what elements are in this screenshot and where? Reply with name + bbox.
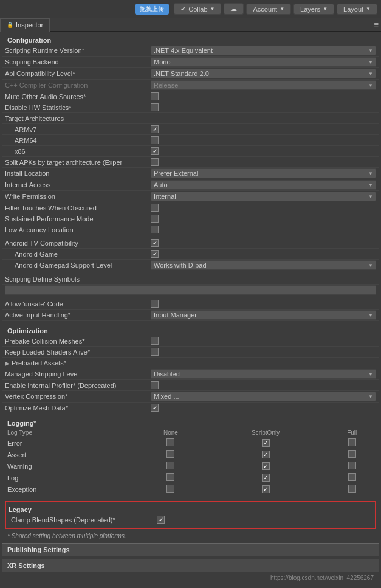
assert-none-checkbox[interactable] [166,450,174,458]
active-input-dropdown[interactable]: Input Manager ▼ [151,310,376,320]
split-apks-checkbox[interactable] [151,158,159,166]
setting-row: Optimize Mesh Data* [2,403,379,413]
optimize-mesh-checkbox[interactable] [151,404,159,412]
setting-value [151,215,376,223]
clamp-blendshapes-row: Clamp BlendShapes (Deprecated)* [9,514,372,525]
setting-label: C++ Compiler Configuration [5,81,151,89]
setting-label: Scripting Define Symbols [5,275,151,283]
x86-checkbox[interactable] [151,147,159,155]
setting-row: Scripting Backend Mono ▼ [2,57,379,68]
disable-hw-checkbox[interactable] [151,103,159,111]
tab-actions: ≡ [374,20,381,29]
dropdown-arrow-icon: ▼ [368,60,373,65]
keep-shaders-checkbox[interactable] [151,348,159,356]
account-button[interactable]: Account ▼ [246,4,291,15]
write-permission-dropdown[interactable]: Internal ▼ [151,192,376,201]
setting-value: Works with D-pad ▼ [151,260,376,270]
setting-value [151,381,376,389]
assert-full-checkbox[interactable] [348,450,356,458]
error-none-checkbox[interactable] [166,438,174,446]
dropdown-arrow-icon: ▼ [368,372,373,377]
setting-label: Target Architectures [5,115,151,122]
setting-row: Write Permission Internal ▼ [2,191,379,202]
setting-row: Enable Internal Profiler* (Deprecated) [2,380,379,391]
exception-scriptonly-checkbox[interactable] [262,485,270,493]
log-none-checkbox[interactable] [166,473,174,481]
log-full-checkbox[interactable] [348,473,356,481]
setting-row: Target Architectures [2,113,379,124]
android-game-checkbox[interactable] [151,250,159,258]
gamepad-support-dropdown[interactable]: Works with D-pad ▼ [151,260,376,270]
low-accuracy-checkbox[interactable] [151,226,159,233]
dropdown-arrow-icon: ▼ [368,71,373,77]
profiler-checkbox[interactable] [151,381,159,389]
warning-none-cell [136,460,206,472]
log-scriptonly-checkbox[interactable] [262,474,270,482]
setting-label: Internet Access [5,181,151,189]
optimization-header: Optimization [2,325,379,336]
log-scriptonly-cell [206,472,326,483]
error-full-checkbox[interactable] [348,438,356,446]
arm64-checkbox[interactable] [151,136,159,144]
scripting-backend-dropdown[interactable]: Mono ▼ [151,57,376,67]
layout-button[interactable]: Layout ▼ [337,4,377,15]
setting-value [151,226,376,233]
warning-none-checkbox[interactable] [166,462,174,469]
exception-none-checkbox[interactable] [166,485,174,493]
collab-icon: ✔ [180,5,186,13]
setting-label: ARM64 [5,137,151,144]
vertex-compression-dropdown[interactable]: Mixed ... ▼ [151,392,376,401]
dropdown-arrow-icon: ▼ [368,171,373,176]
stripping-dropdown[interactable]: Disabled ▼ [151,369,376,379]
install-location-dropdown[interactable]: Prefer External ▼ [151,168,376,178]
filter-touches-checkbox[interactable] [151,204,159,212]
setting-label: ▶ Preloaded Assets* [5,359,151,367]
publishing-settings-header[interactable]: Publishing Settings [2,543,379,556]
menu-icon[interactable]: ≡ [374,20,379,29]
log-full-cell [325,472,379,483]
cloud-button[interactable]: ☁ [224,3,244,15]
exception-full-checkbox[interactable] [348,485,356,493]
warning-full-checkbox[interactable] [348,462,356,469]
mute-audio-checkbox[interactable] [151,92,159,100]
cpp-compiler-dropdown[interactable]: Release ▼ [151,80,376,90]
collab-button[interactable]: ✔ Collab ▼ [174,3,221,15]
scripting-symbols-input[interactable] [5,285,376,295]
account-arrow-icon: ▼ [280,6,284,12]
log-type-col-header: Log Type [2,428,136,437]
setting-label: Android Gamepad Support Level [5,261,151,269]
setting-row: Mute Other Audio Sources* [2,91,379,102]
sustained-perf-checkbox[interactable] [151,215,159,223]
setting-label: Android TV Compatibility [5,240,151,247]
android-tv-checkbox[interactable] [151,239,159,247]
setting-label: Filter Touches When Obscured [5,204,151,212]
setting-row: Allow 'unsafe' Code [2,299,379,310]
setting-label: Keep Loaded Shaders Alive* [5,348,151,356]
dropdown-arrow-icon: ▼ [368,194,373,199]
assert-scriptonly-checkbox[interactable] [262,451,270,458]
exception-scriptonly-cell [206,483,326,495]
setting-row: Sustained Performance Mode [2,213,379,224]
inspector-tab[interactable]: 🔒 Inspector [0,18,50,32]
xr-settings-header[interactable]: XR Settings [2,559,379,572]
warning-scriptonly-checkbox[interactable] [262,462,270,470]
setting-row: Split APKs by target architecture (Exper [2,157,379,168]
setting-row: x86 [2,146,379,157]
warning-scriptonly-cell [206,460,326,472]
log-error-row: Error [2,437,379,449]
armv7-checkbox[interactable] [151,125,159,133]
allow-unsafe-checkbox[interactable] [151,300,159,308]
prebake-checkbox[interactable] [151,337,159,345]
error-scriptonly-checkbox[interactable] [262,439,270,447]
scripting-runtime-dropdown[interactable]: .NET 4.x Equivalent ▼ [151,46,376,55]
log-exception-row: Exception [2,483,379,495]
scriptonly-col-header: ScriptOnly [206,428,326,437]
setting-row: Scripting Define Symbols [2,274,379,285]
api-compat-dropdown[interactable]: .NET Standard 2.0 ▼ [151,69,376,78]
clamp-blendshapes-checkbox[interactable] [157,516,165,524]
setting-label: Split APKs by target architecture (Exper [5,159,151,166]
internet-access-dropdown[interactable]: Auto ▼ [151,180,376,190]
logging-header: Logging* [2,417,379,428]
layers-button[interactable]: Layers ▼ [293,4,334,15]
log-type-label: Error [2,437,136,449]
